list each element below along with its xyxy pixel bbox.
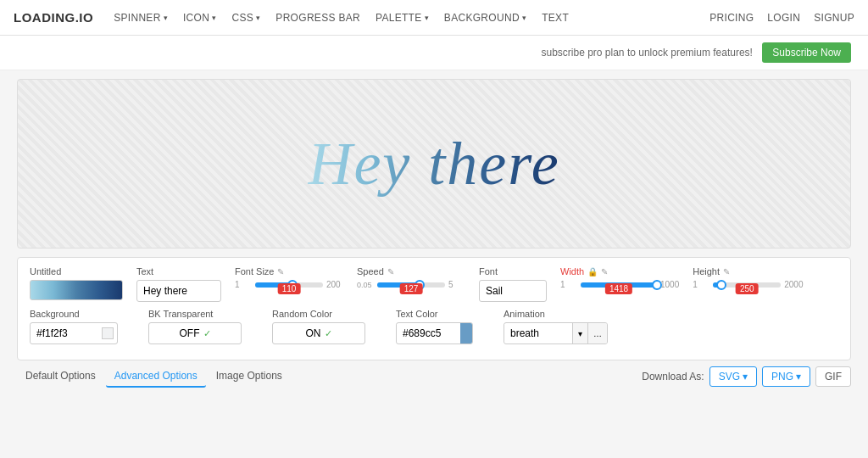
text-color-input-group <box>396 322 473 344</box>
controls-panel: Untitled Text Font Size ✎ 1 110 <box>17 257 851 360</box>
height-badge: 250 <box>736 283 759 294</box>
font-size-slider-wrapper: 110 <box>255 282 323 288</box>
height-min: 1 <box>693 280 709 289</box>
animation-label: Animation <box>504 309 608 319</box>
font-size-badge: 110 <box>278 283 301 294</box>
text-color-label: Text Color <box>396 309 473 319</box>
width-label: Width 🔒 ✎ <box>560 266 679 276</box>
bg-input-group <box>30 322 118 344</box>
font-group: Font <box>479 266 547 302</box>
nav-progress-bar[interactable]: PROGRESS BAR <box>275 12 360 24</box>
width-min: 1 <box>560 280 577 289</box>
speed-slider-wrapper: 127 <box>377 282 445 288</box>
subscribe-button[interactable]: Subscribe Now <box>762 42 851 63</box>
bg-group: Background <box>30 309 118 344</box>
text-input[interactable] <box>136 280 221 302</box>
pencil-icon[interactable]: ✎ <box>601 267 608 276</box>
nav-spinner[interactable]: SPINNER ▾ <box>114 12 168 24</box>
font-input[interactable] <box>479 280 547 302</box>
pencil-icon[interactable]: ✎ <box>723 267 730 276</box>
promo-bar: subscribe pro plan to unlock premium fea… <box>0 36 868 70</box>
width-badge: 1418 <box>605 283 632 294</box>
bg-color-dot[interactable] <box>102 327 114 339</box>
chevron-down-icon: ▾ <box>796 371 801 383</box>
pencil-icon[interactable]: ✎ <box>387 267 394 276</box>
preview-text: Hey there <box>308 129 559 199</box>
name-label: Untitled <box>30 266 123 276</box>
font-size-max: 200 <box>326 280 343 289</box>
promo-text: subscribe pro plan to unlock premium fea… <box>541 47 752 59</box>
pencil-icon[interactable]: ✎ <box>277 267 284 276</box>
random-color-toggle[interactable]: ON ✓ <box>272 322 365 344</box>
preview-area: Hey there <box>17 79 851 249</box>
nav-icon[interactable]: ICON ▾ <box>183 12 217 24</box>
height-group: Height ✎ 1 250 2000 <box>693 266 803 289</box>
nav-background[interactable]: BACKGROUND ▾ <box>444 12 526 24</box>
random-color-label: Random Color <box>272 309 365 319</box>
site-logo[interactable]: LOADING.IO <box>14 10 93 25</box>
nav-signup[interactable]: SIGNUP <box>814 12 854 24</box>
speed-slider-row: 0.05 127 5 <box>357 280 465 289</box>
animation-dropdown-button[interactable]: ▾ <box>572 322 587 344</box>
chevron-down-icon: ▾ <box>256 14 260 22</box>
nav-text[interactable]: TEXT <box>542 12 569 24</box>
download-png-button[interactable]: PNG ▾ <box>762 366 810 387</box>
font-size-min: 1 <box>235 280 252 289</box>
tabs-row: Default Options Advanced Options Image O… <box>17 366 851 388</box>
navbar: LOADING.IO SPINNER ▾ ICON ▾ CSS ▾ PROGRE… <box>0 0 868 36</box>
text-group: Text <box>136 266 221 302</box>
random-color-group: Random Color ON ✓ <box>272 309 365 344</box>
tab-default-options[interactable]: Default Options <box>17 366 104 388</box>
font-label: Font <box>479 266 547 276</box>
height-slider-wrapper: 250 <box>713 282 781 288</box>
width-group: Width 🔒 ✎ 1 1418 1000 <box>560 266 679 289</box>
download-gif-button[interactable]: GIF <box>815 366 851 387</box>
animation-input-group: ▾ … <box>504 322 608 344</box>
speed-label: Speed ✎ <box>357 266 465 276</box>
animation-group: Animation ▾ … <box>504 309 608 344</box>
color-swatch[interactable] <box>30 280 123 300</box>
speed-group: Speed ✎ 0.05 127 5 <box>357 266 465 289</box>
width-slider-wrapper: 1418 <box>581 282 657 288</box>
download-label: Download As: <box>642 371 704 383</box>
font-size-group: Font Size ✎ 1 110 200 <box>235 266 343 289</box>
chevron-down-icon: ▾ <box>522 14 526 22</box>
tabs-left: Default Options Advanced Options Image O… <box>17 366 291 388</box>
bg-input[interactable] <box>31 324 98 343</box>
text-color-bar[interactable] <box>460 322 472 344</box>
bk-transparent-label: BK Transparent <box>148 309 242 319</box>
text-color-input[interactable] <box>397 324 460 343</box>
text-color-group: Text Color <box>396 309 473 344</box>
bk-transparent-group: BK Transparent OFF ✓ <box>148 309 242 344</box>
checkmark-icon: ✓ <box>325 328 332 339</box>
bk-transparent-toggle[interactable]: OFF ✓ <box>148 322 242 344</box>
nav-css[interactable]: CSS ▾ <box>231 12 260 24</box>
chevron-down-icon: ▾ <box>743 371 748 383</box>
font-size-slider-row: 1 110 200 <box>235 280 343 289</box>
tab-advanced-options[interactable]: Advanced Options <box>106 366 206 388</box>
text-label: Text <box>136 266 221 276</box>
checkmark-icon: ✓ <box>203 328 211 339</box>
chevron-down-icon: ▾ <box>212 14 216 22</box>
download-svg-button[interactable]: SVG ▾ <box>709 366 757 387</box>
chevron-down-icon: ▾ <box>425 14 429 22</box>
controls-row-2: Background BK Transparent OFF ✓ Random C… <box>30 309 838 344</box>
nav-right: PRICING LOGIN SIGNUP <box>709 12 854 24</box>
chevron-down-icon: ▾ <box>164 14 168 22</box>
speed-badge: 127 <box>400 283 423 294</box>
nav-pricing[interactable]: PRICING <box>709 12 754 24</box>
width-max: 1000 <box>660 280 679 289</box>
nav-login[interactable]: LOGIN <box>767 12 800 24</box>
width-thumb[interactable] <box>652 280 662 290</box>
font-size-label: Font Size ✎ <box>235 266 343 276</box>
tab-image-options[interactable]: Image Options <box>208 366 291 388</box>
animation-extra-button[interactable]: … <box>587 322 607 344</box>
nav-palette[interactable]: PALETTE ▾ <box>376 12 429 24</box>
download-group: Download As: SVG ▾ PNG ▾ GIF <box>642 366 851 387</box>
width-slider-row: 1 1418 1000 <box>560 280 679 289</box>
height-thumb[interactable] <box>716 280 726 290</box>
controls-row-1: Untitled Text Font Size ✎ 1 110 <box>30 266 838 302</box>
nav-items: SPINNER ▾ ICON ▾ CSS ▾ PROGRESS BAR PALE… <box>114 12 709 24</box>
animation-input[interactable] <box>504 324 572 343</box>
height-max: 2000 <box>784 280 803 289</box>
